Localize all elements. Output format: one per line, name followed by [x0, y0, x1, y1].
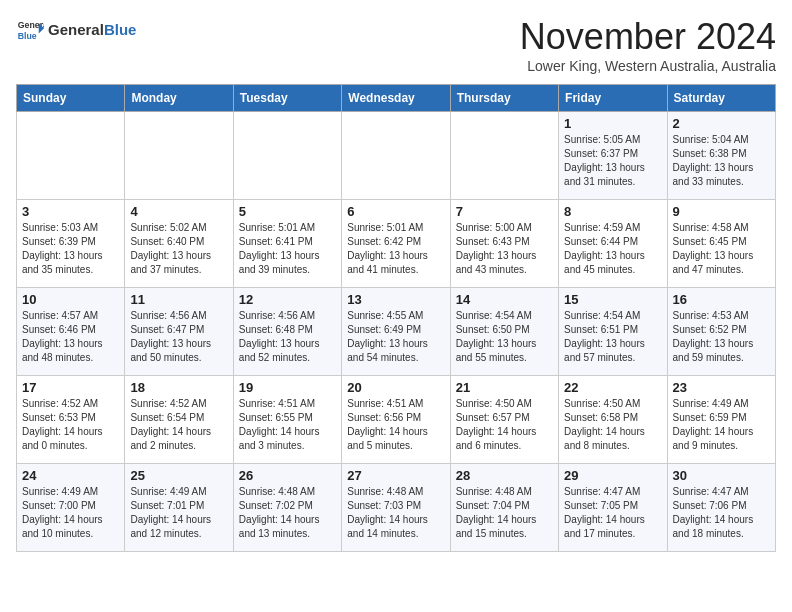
day-number: 4 — [130, 204, 227, 219]
day-info: Sunrise: 4:54 AM Sunset: 6:51 PM Dayligh… — [564, 309, 661, 365]
day-info: Sunrise: 4:56 AM Sunset: 6:47 PM Dayligh… — [130, 309, 227, 365]
day-number: 2 — [673, 116, 770, 131]
day-number: 9 — [673, 204, 770, 219]
day-number: 8 — [564, 204, 661, 219]
calendar-cell: 11Sunrise: 4:56 AM Sunset: 6:47 PM Dayli… — [125, 288, 233, 376]
day-info: Sunrise: 4:50 AM Sunset: 6:58 PM Dayligh… — [564, 397, 661, 453]
calendar-header-friday: Friday — [559, 85, 667, 112]
day-number: 12 — [239, 292, 336, 307]
day-number: 11 — [130, 292, 227, 307]
calendar-cell: 4Sunrise: 5:02 AM Sunset: 6:40 PM Daylig… — [125, 200, 233, 288]
calendar-cell: 20Sunrise: 4:51 AM Sunset: 6:56 PM Dayli… — [342, 376, 450, 464]
calendar-cell: 13Sunrise: 4:55 AM Sunset: 6:49 PM Dayli… — [342, 288, 450, 376]
day-info: Sunrise: 4:58 AM Sunset: 6:45 PM Dayligh… — [673, 221, 770, 277]
svg-text:Blue: Blue — [18, 31, 37, 41]
day-number: 21 — [456, 380, 553, 395]
day-info: Sunrise: 4:51 AM Sunset: 6:55 PM Dayligh… — [239, 397, 336, 453]
calendar-cell: 5Sunrise: 5:01 AM Sunset: 6:41 PM Daylig… — [233, 200, 341, 288]
day-number: 29 — [564, 468, 661, 483]
day-number: 1 — [564, 116, 661, 131]
day-info: Sunrise: 4:47 AM Sunset: 7:06 PM Dayligh… — [673, 485, 770, 541]
day-number: 23 — [673, 380, 770, 395]
day-info: Sunrise: 4:57 AM Sunset: 6:46 PM Dayligh… — [22, 309, 119, 365]
day-info: Sunrise: 4:48 AM Sunset: 7:04 PM Dayligh… — [456, 485, 553, 541]
day-info: Sunrise: 5:00 AM Sunset: 6:43 PM Dayligh… — [456, 221, 553, 277]
calendar-header-row: SundayMondayTuesdayWednesdayThursdayFrid… — [17, 85, 776, 112]
calendar-cell: 16Sunrise: 4:53 AM Sunset: 6:52 PM Dayli… — [667, 288, 775, 376]
day-number: 28 — [456, 468, 553, 483]
day-info: Sunrise: 4:49 AM Sunset: 6:59 PM Dayligh… — [673, 397, 770, 453]
logo-wordmark: General Blue — [48, 22, 136, 39]
calendar-cell: 23Sunrise: 4:49 AM Sunset: 6:59 PM Dayli… — [667, 376, 775, 464]
day-info: Sunrise: 5:05 AM Sunset: 6:37 PM Dayligh… — [564, 133, 661, 189]
day-number: 19 — [239, 380, 336, 395]
day-info: Sunrise: 5:01 AM Sunset: 6:42 PM Dayligh… — [347, 221, 444, 277]
calendar-cell: 27Sunrise: 4:48 AM Sunset: 7:03 PM Dayli… — [342, 464, 450, 552]
calendar-week-5: 24Sunrise: 4:49 AM Sunset: 7:00 PM Dayli… — [17, 464, 776, 552]
day-number: 24 — [22, 468, 119, 483]
calendar-cell: 2Sunrise: 5:04 AM Sunset: 6:38 PM Daylig… — [667, 112, 775, 200]
day-number: 16 — [673, 292, 770, 307]
calendar-cell: 18Sunrise: 4:52 AM Sunset: 6:54 PM Dayli… — [125, 376, 233, 464]
day-number: 7 — [456, 204, 553, 219]
calendar-cell: 14Sunrise: 4:54 AM Sunset: 6:50 PM Dayli… — [450, 288, 558, 376]
calendar-header-tuesday: Tuesday — [233, 85, 341, 112]
day-info: Sunrise: 4:59 AM Sunset: 6:44 PM Dayligh… — [564, 221, 661, 277]
day-info: Sunrise: 4:54 AM Sunset: 6:50 PM Dayligh… — [456, 309, 553, 365]
day-number: 20 — [347, 380, 444, 395]
calendar-cell — [450, 112, 558, 200]
day-number: 10 — [22, 292, 119, 307]
logo-general: General — [48, 22, 104, 39]
calendar-cell: 3Sunrise: 5:03 AM Sunset: 6:39 PM Daylig… — [17, 200, 125, 288]
day-number: 13 — [347, 292, 444, 307]
calendar-cell: 30Sunrise: 4:47 AM Sunset: 7:06 PM Dayli… — [667, 464, 775, 552]
calendar-cell: 26Sunrise: 4:48 AM Sunset: 7:02 PM Dayli… — [233, 464, 341, 552]
calendar-cell — [233, 112, 341, 200]
calendar-cell: 1Sunrise: 5:05 AM Sunset: 6:37 PM Daylig… — [559, 112, 667, 200]
calendar-cell: 25Sunrise: 4:49 AM Sunset: 7:01 PM Dayli… — [125, 464, 233, 552]
logo-blue: Blue — [104, 22, 137, 39]
day-info: Sunrise: 4:48 AM Sunset: 7:03 PM Dayligh… — [347, 485, 444, 541]
calendar-week-1: 1Sunrise: 5:05 AM Sunset: 6:37 PM Daylig… — [17, 112, 776, 200]
month-title: November 2024 — [520, 16, 776, 58]
calendar-table: SundayMondayTuesdayWednesdayThursdayFrid… — [16, 84, 776, 552]
day-info: Sunrise: 5:02 AM Sunset: 6:40 PM Dayligh… — [130, 221, 227, 277]
calendar-header-thursday: Thursday — [450, 85, 558, 112]
calendar-cell — [125, 112, 233, 200]
day-number: 6 — [347, 204, 444, 219]
calendar-week-4: 17Sunrise: 4:52 AM Sunset: 6:53 PM Dayli… — [17, 376, 776, 464]
calendar-week-3: 10Sunrise: 4:57 AM Sunset: 6:46 PM Dayli… — [17, 288, 776, 376]
day-info: Sunrise: 4:53 AM Sunset: 6:52 PM Dayligh… — [673, 309, 770, 365]
day-number: 18 — [130, 380, 227, 395]
day-number: 22 — [564, 380, 661, 395]
day-info: Sunrise: 4:47 AM Sunset: 7:05 PM Dayligh… — [564, 485, 661, 541]
logo-icon: General Blue — [16, 16, 44, 44]
calendar-week-2: 3Sunrise: 5:03 AM Sunset: 6:39 PM Daylig… — [17, 200, 776, 288]
day-number: 3 — [22, 204, 119, 219]
header: General Blue General Blue November 2024 … — [16, 16, 776, 74]
day-info: Sunrise: 4:49 AM Sunset: 7:00 PM Dayligh… — [22, 485, 119, 541]
title-area: November 2024 Lower King, Western Austra… — [520, 16, 776, 74]
day-info: Sunrise: 4:52 AM Sunset: 6:53 PM Dayligh… — [22, 397, 119, 453]
calendar-cell: 6Sunrise: 5:01 AM Sunset: 6:42 PM Daylig… — [342, 200, 450, 288]
day-number: 5 — [239, 204, 336, 219]
calendar-cell: 21Sunrise: 4:50 AM Sunset: 6:57 PM Dayli… — [450, 376, 558, 464]
location-subtitle: Lower King, Western Australia, Australia — [520, 58, 776, 74]
day-info: Sunrise: 4:51 AM Sunset: 6:56 PM Dayligh… — [347, 397, 444, 453]
day-number: 25 — [130, 468, 227, 483]
calendar-cell — [17, 112, 125, 200]
day-number: 14 — [456, 292, 553, 307]
day-info: Sunrise: 5:03 AM Sunset: 6:39 PM Dayligh… — [22, 221, 119, 277]
day-info: Sunrise: 4:52 AM Sunset: 6:54 PM Dayligh… — [130, 397, 227, 453]
calendar-cell: 10Sunrise: 4:57 AM Sunset: 6:46 PM Dayli… — [17, 288, 125, 376]
calendar-header-wednesday: Wednesday — [342, 85, 450, 112]
calendar-cell: 7Sunrise: 5:00 AM Sunset: 6:43 PM Daylig… — [450, 200, 558, 288]
day-number: 26 — [239, 468, 336, 483]
calendar-cell: 24Sunrise: 4:49 AM Sunset: 7:00 PM Dayli… — [17, 464, 125, 552]
calendar-cell: 19Sunrise: 4:51 AM Sunset: 6:55 PM Dayli… — [233, 376, 341, 464]
day-number: 15 — [564, 292, 661, 307]
calendar-header-monday: Monday — [125, 85, 233, 112]
calendar-header-sunday: Sunday — [17, 85, 125, 112]
calendar-cell: 15Sunrise: 4:54 AM Sunset: 6:51 PM Dayli… — [559, 288, 667, 376]
day-number: 17 — [22, 380, 119, 395]
